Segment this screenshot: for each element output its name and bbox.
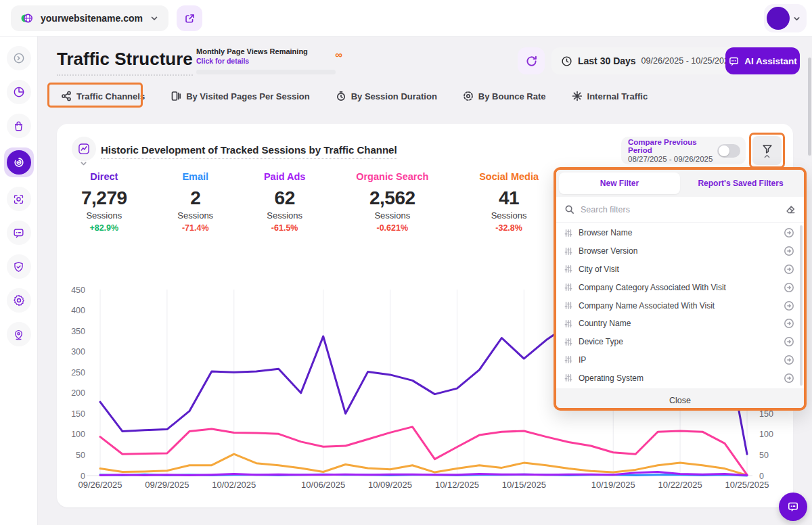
tab-internal-traffic[interactable]: Internal Traffic [568,91,652,101]
open-website-button[interactable] [177,5,202,31]
stat-direct: Direct 7,279 Sessions +82.9% [81,171,127,233]
chart-type-button[interactable] [72,137,96,161]
sliders-icon [564,265,572,273]
sidebar [0,37,38,525]
sidebar-item-ecommerce[interactable] [7,114,31,138]
stat-unit: Sessions [177,210,213,221]
sidebar-item-dashboard[interactable] [7,80,31,104]
user-menu[interactable] [764,4,807,32]
filter-panel-tabs: New Filter Report's Saved Filters [556,170,804,197]
svg-text:350: 350 [71,327,85,336]
filter-item-label: City of Visit [579,265,777,274]
svg-text:10/15/2025: 10/15/2025 [502,480,546,490]
tab-new-filter[interactable]: New Filter [559,173,680,194]
filter-item-label: Browser Name [579,228,777,237]
filter-list-scrollbar[interactable] [800,225,803,386]
filter-item-label: Device Type [579,337,777,346]
filter-item-company-category[interactable]: Company Category Associated With Visit [556,278,804,296]
search-input[interactable] [581,205,779,214]
website-icon [20,12,34,25]
chevron-down-icon [150,14,159,23]
website-selector[interactable]: yourwebsitename.com [11,5,168,31]
filter-item-operating-system[interactable]: Operating System [556,369,804,387]
stat-change: -0.621% [356,223,428,233]
tab-bounce-rate[interactable]: By Bounce Rate [459,91,550,101]
filter-item-browser-name[interactable]: Browser Name [556,224,804,242]
filter-button[interactable] [752,136,782,165]
website-name: yourwebsitename.com [41,13,143,24]
sidebar-item-feedback[interactable] [7,221,31,245]
svg-text:300: 300 [71,347,85,357]
arrow-circle-right-icon [784,246,794,256]
support-chat-button[interactable] [779,493,807,521]
sidebar-item-location[interactable] [7,322,31,346]
arrow-circle-right-icon [784,336,794,347]
stat-organic-search: Organic Search 2,562 Sessions -0.621% [356,171,428,233]
stat-value: 2,562 [356,187,428,209]
refresh-button[interactable] [518,47,545,74]
tab-visited-pages[interactable]: By Visited Pages Per Session [166,91,314,101]
svg-text:50: 50 [759,451,769,460]
sliders-icon [564,319,572,328]
stat-unit: Sessions [356,210,428,221]
radar-icon [7,150,31,175]
tab-saved-filters[interactable]: Report's Saved Filters [680,173,801,194]
ai-assistant-button[interactable]: AI Assistant [725,47,800,74]
shield-check-icon [12,260,25,273]
tab-label: Traffic Channels [76,91,145,101]
filter-item-label: IP [579,355,777,365]
chevron-down-icon[interactable] [79,159,88,168]
sliders-icon [564,338,572,346]
svg-text:450: 450 [71,286,85,295]
tab-label: By Session Duration [351,91,437,101]
sidebar-item-settings[interactable] [7,288,31,313]
refresh-icon [525,55,538,68]
tab-traffic-channels[interactable]: Traffic Channels [57,91,149,101]
compare-toggle[interactable] [717,144,740,158]
filter-item-company-name[interactable]: Company Name Associated With Visit [556,296,804,315]
stat-value: 7,279 [81,187,127,209]
filter-item-device-type[interactable]: Device Type [556,333,804,351]
arrow-circle-right-icon [784,282,794,293]
pie-chart-icon [12,85,26,99]
compare-range: 08/27/2025 - 09/26/2025 [628,155,717,163]
arrow-circle-right-icon [784,318,794,329]
svg-text:250: 250 [71,368,85,378]
sidebar-item-recordings[interactable] [7,187,31,211]
page-scrollbar[interactable] [808,58,811,156]
chevron-up-icon [763,154,771,159]
sidebar-collapse-button[interactable] [7,46,31,70]
filter-item-browser-version[interactable]: Browser Version [556,242,804,260]
collapse-icon [12,51,26,65]
stat-value: 2 [177,187,213,209]
avatar [767,7,790,30]
quota-details-link[interactable]: Click for details [196,57,342,65]
tab-session-duration[interactable]: By Session Duration [332,91,441,101]
svg-text:50: 50 [76,451,85,460]
bounce-icon [463,91,474,101]
eraser-icon[interactable] [785,204,796,215]
svg-text:0: 0 [759,472,764,481]
svg-text:0: 0 [81,472,85,481]
sidebar-item-security[interactable] [7,254,31,279]
infinity-icon: ∞ [335,49,342,60]
arrow-circle-right-icon [784,355,794,365]
traffic-structure-page: yourwebsitename.com Traffic Structure Mo… [0,0,812,525]
stat-unit: Sessions [81,210,127,221]
chevron-down-icon [792,14,801,23]
arrow-circle-right-icon [784,300,794,311]
filter-search [556,197,804,223]
filter-panel: New Filter Report's Saved Filters Browse… [554,167,807,411]
quota-progress-bar [196,70,336,74]
svg-text:10/02/2025: 10/02/2025 [212,480,256,490]
close-filter-panel-button[interactable]: Close [556,388,804,411]
gear-icon [12,294,26,307]
filter-item-country-name[interactable]: Country Name [556,315,804,333]
filter-item-city-of-visit[interactable]: City of Visit [556,260,804,279]
sidebar-item-traffic-active[interactable] [4,147,34,177]
chat-bubble-icon [786,500,800,513]
ai-assistant-label: AI Assistant [744,56,797,66]
channels-icon [61,91,72,101]
stat-social-media: Social Media 41 Sessions -32.8% [479,171,539,233]
filter-item-ip[interactable]: IP [556,351,804,369]
